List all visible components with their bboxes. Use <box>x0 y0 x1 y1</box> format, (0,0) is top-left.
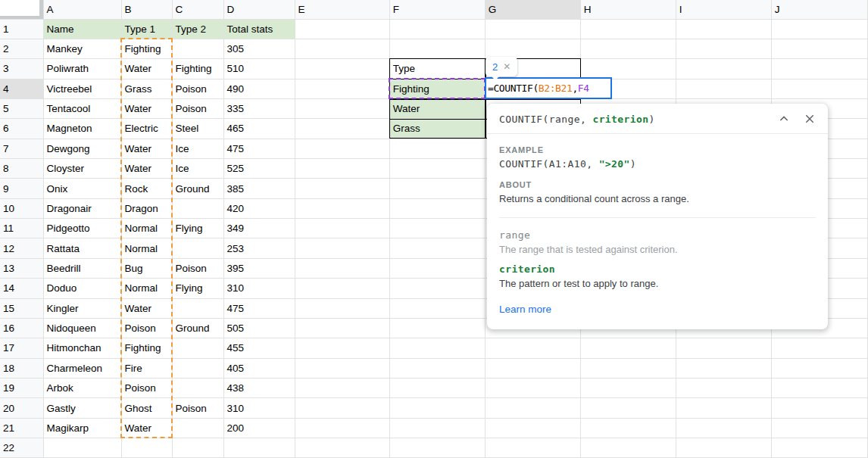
col-header-E[interactable]: E <box>295 0 389 19</box>
cell-A14[interactable]: Doduo <box>43 279 121 298</box>
cell-E14[interactable] <box>295 279 389 298</box>
col-header-A[interactable]: A <box>43 0 121 19</box>
cell-F7[interactable] <box>389 139 485 158</box>
cell-B20[interactable]: Ghost <box>121 398 172 418</box>
cell-E10[interactable] <box>295 198 389 218</box>
row-header-6[interactable]: 6 <box>0 119 43 139</box>
col-header-H[interactable]: H <box>580 0 676 19</box>
cell-A4[interactable]: Victreebel <box>43 79 121 98</box>
row-header-4[interactable]: 4 <box>0 79 43 98</box>
cell-B10[interactable]: Dragon <box>121 198 172 218</box>
cell-F15[interactable] <box>389 298 485 318</box>
cell-E7[interactable] <box>295 139 389 158</box>
cell-A17[interactable]: Hitmonchan <box>43 338 121 358</box>
cell-B21[interactable]: Water <box>121 418 172 438</box>
cell-C6[interactable]: Steel <box>172 119 223 139</box>
cell-D16[interactable]: 505 <box>223 318 295 338</box>
cell-B14[interactable]: Normal <box>121 279 172 298</box>
col-header-B[interactable]: B <box>121 0 172 19</box>
cell-F13[interactable] <box>389 258 485 278</box>
cell-D19[interactable]: 438 <box>223 378 295 397</box>
cell-A18[interactable]: Charmeleon <box>43 358 121 378</box>
cell-B5[interactable]: Water <box>121 98 172 118</box>
cell-G20[interactable] <box>485 398 580 418</box>
row-header-12[interactable]: 12 <box>0 238 43 258</box>
cell-I18[interactable] <box>676 358 771 378</box>
cell-E18[interactable] <box>295 358 389 378</box>
cell-D2[interactable]: 305 <box>223 39 295 58</box>
cell-B2[interactable]: Fighting <box>121 39 172 58</box>
cell-A7[interactable]: Dewgong <box>43 139 121 158</box>
cell-B3[interactable]: Water <box>121 59 172 79</box>
cell-G1[interactable] <box>485 19 580 39</box>
cell-A22[interactable] <box>43 438 121 458</box>
close-icon[interactable] <box>804 113 816 125</box>
row-header-16[interactable]: 16 <box>0 318 43 338</box>
cell-I21[interactable] <box>676 418 771 438</box>
col-header-C[interactable]: C <box>172 0 223 19</box>
cell-G19[interactable] <box>485 378 580 397</box>
cell-C10[interactable] <box>172 198 223 218</box>
cell-A3[interactable]: Poliwrath <box>43 59 121 79</box>
cell-D8[interactable]: 525 <box>223 159 295 179</box>
cell-C20[interactable]: Poison <box>172 398 223 418</box>
cell-D15[interactable]: 475 <box>223 298 295 318</box>
cell-A2[interactable]: Mankey <box>43 39 121 58</box>
cell-H19[interactable] <box>580 378 676 397</box>
col-header-J[interactable]: J <box>771 0 867 19</box>
cell-E22[interactable] <box>295 438 389 458</box>
cell-H3[interactable] <box>580 59 676 79</box>
dismiss-preview-icon[interactable]: ✕ <box>503 61 510 72</box>
cell-F5[interactable]: Water <box>389 98 485 118</box>
cell-E20[interactable] <box>295 398 389 418</box>
row-header-14[interactable]: 14 <box>0 279 43 298</box>
row-header-8[interactable]: 8 <box>0 159 43 179</box>
cell-B7[interactable]: Water <box>121 139 172 158</box>
row-header-11[interactable]: 11 <box>0 219 43 238</box>
cell-D17[interactable]: 455 <box>223 338 295 358</box>
learn-more-link[interactable]: Learn more <box>499 304 551 315</box>
cell-I4[interactable] <box>676 79 771 98</box>
cell-C13[interactable]: Poison <box>172 258 223 278</box>
select-all-corner[interactable] <box>0 0 43 19</box>
row-header-17[interactable]: 17 <box>0 338 43 358</box>
cell-C2[interactable] <box>172 39 223 58</box>
cell-B8[interactable]: Water <box>121 159 172 179</box>
cell-E5[interactable] <box>295 98 389 118</box>
cell-B13[interactable]: Bug <box>121 258 172 278</box>
cell-E6[interactable] <box>295 119 389 139</box>
cell-D12[interactable]: 253 <box>223 238 295 258</box>
cell-F12[interactable] <box>389 238 485 258</box>
cell-D22[interactable] <box>223 438 295 458</box>
cell-E1[interactable] <box>295 19 389 39</box>
cell-E4[interactable] <box>295 79 389 98</box>
cell-H1[interactable] <box>580 19 676 39</box>
cell-B15[interactable]: Water <box>121 298 172 318</box>
cell-I2[interactable] <box>676 39 771 58</box>
cell-I1[interactable] <box>676 19 771 39</box>
row-header-1[interactable]: 1 <box>0 19 43 39</box>
cell-D10[interactable]: 420 <box>223 198 295 218</box>
cell-I17[interactable] <box>676 338 771 358</box>
cell-C17[interactable] <box>172 338 223 358</box>
cell-E9[interactable] <box>295 179 389 198</box>
cell-F6[interactable]: Grass <box>389 119 485 139</box>
cell-B16[interactable]: Poison <box>121 318 172 338</box>
cell-B17[interactable]: Fighting <box>121 338 172 358</box>
cell-F18[interactable] <box>389 358 485 378</box>
cell-C7[interactable]: Ice <box>172 139 223 158</box>
row-header-18[interactable]: 18 <box>0 358 43 378</box>
cell-C5[interactable]: Poison <box>172 98 223 118</box>
cell-D11[interactable]: 349 <box>223 219 295 238</box>
cell-C3[interactable]: Fighting <box>172 59 223 79</box>
cell-J2[interactable] <box>771 39 867 58</box>
cell-J1[interactable] <box>771 19 867 39</box>
cell-A16[interactable]: Nidoqueen <box>43 318 121 338</box>
cell-A11[interactable]: Pidgeotto <box>43 219 121 238</box>
cell-F4[interactable]: Fighting <box>389 79 485 98</box>
cell-E13[interactable] <box>295 258 389 278</box>
cell-D4[interactable]: 490 <box>223 79 295 98</box>
cell-B19[interactable]: Poison <box>121 378 172 397</box>
col-header-D[interactable]: D <box>223 0 295 19</box>
cell-E3[interactable] <box>295 59 389 79</box>
